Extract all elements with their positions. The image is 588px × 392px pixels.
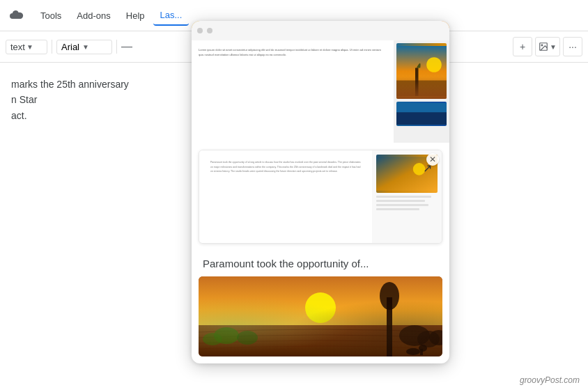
separator-dash: — bbox=[121, 40, 132, 53]
doc-preview: Lorem ipsum dolor sit amet consectetur a… bbox=[192, 21, 449, 143]
chevron-down-icon-2: ▼ bbox=[82, 43, 89, 51]
toolbar-separator-1 bbox=[52, 40, 52, 54]
editor-text-line2: n Star bbox=[11, 92, 184, 107]
preview-dot-1 bbox=[197, 28, 203, 33]
middle-doc-text: Paramount took the opportunity of a long… bbox=[199, 150, 372, 243]
menu-items: Tools Add-ons Help Las... bbox=[33, 6, 189, 26]
popup-top-preview: Lorem ipsum dolor sit amet consectetur a… bbox=[192, 21, 449, 143]
svg-rect-5 bbox=[396, 46, 447, 96]
svg-point-4 bbox=[541, 45, 543, 46]
watermark: groovyPost.com bbox=[520, 375, 580, 385]
add-icon-button[interactable]: + bbox=[513, 37, 532, 56]
preview-right-images bbox=[394, 40, 449, 143]
menu-item-help[interactable]: Help bbox=[119, 6, 152, 25]
chevron-down-icon: ▼ bbox=[26, 43, 33, 51]
middle-doc-content: Paramount took the opportunity of a long… bbox=[199, 150, 442, 243]
svg-rect-6 bbox=[396, 81, 447, 97]
popup-bottom-image bbox=[199, 276, 442, 356]
cursor-icon: ↗ bbox=[423, 162, 432, 175]
menu-item-addons[interactable]: Add-ons bbox=[70, 6, 117, 25]
chevron-down-icon-3: ▼ bbox=[550, 43, 557, 51]
toolbar-separator-2 bbox=[116, 40, 117, 54]
cloud-icon bbox=[6, 4, 28, 26]
popup-middle-section: ✕ ↗ Paramount took the opportunity of a … bbox=[199, 150, 442, 244]
svg-rect-10 bbox=[396, 112, 447, 125]
menu-item-tools[interactable]: Tools bbox=[33, 6, 68, 25]
editor-content-area: marks the 25th anniversary n Star act. bbox=[0, 63, 195, 137]
svg-rect-8 bbox=[415, 68, 419, 97]
more-options-button[interactable]: ··· bbox=[563, 37, 582, 56]
font-selector-dropdown[interactable]: Arial ▼ bbox=[56, 40, 112, 54]
preview-dot-2 bbox=[207, 28, 212, 33]
toolbar-right-section: + ▼ ··· bbox=[513, 37, 582, 56]
image-insert-button[interactable]: ▼ bbox=[535, 37, 560, 56]
bottom-image-overlay bbox=[199, 276, 442, 356]
preview-content-area: Lorem ipsum dolor sit amet consectetur a… bbox=[192, 40, 449, 143]
svg-point-7 bbox=[426, 57, 442, 72]
menu-item-last[interactable]: Las... bbox=[153, 6, 189, 26]
preview-main-image bbox=[396, 43, 447, 99]
text-size-dropdown[interactable]: text ▼ bbox=[6, 40, 47, 54]
mini-text-lines bbox=[376, 196, 438, 212]
popup-caption: Paramount took the opportunity of... bbox=[192, 251, 449, 276]
popup-overlay: Lorem ipsum dolor sit amet consectetur a… bbox=[192, 21, 449, 363]
editor-text-line1: marks the 25th anniversary bbox=[11, 77, 184, 92]
font-name-label: Arial bbox=[61, 42, 79, 52]
preview-thumb-image bbox=[396, 102, 447, 126]
text-size-label: text bbox=[10, 42, 25, 52]
preview-left-text: Lorem ipsum dolor sit amet consectetur a… bbox=[192, 40, 394, 143]
preview-top-bar bbox=[192, 21, 449, 40]
editor-text-line3: act. bbox=[11, 108, 184, 123]
